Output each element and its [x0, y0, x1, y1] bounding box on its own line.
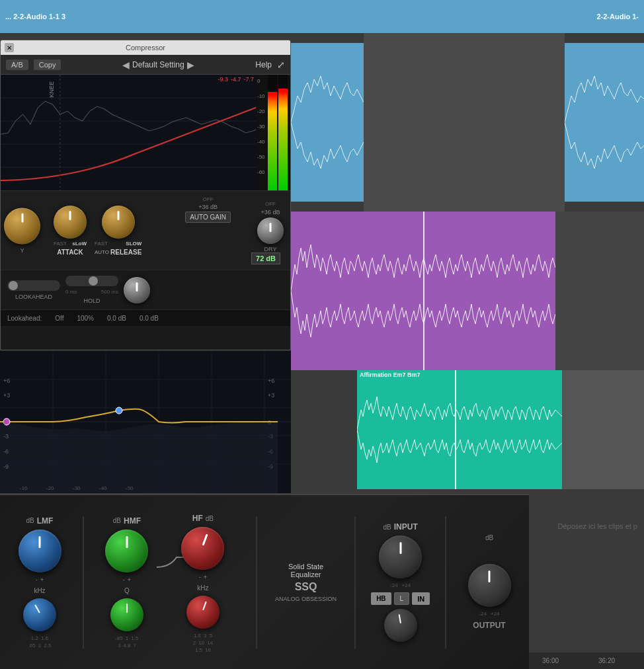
db-reading-1: -9.3 [218, 76, 228, 83]
playhead-purple [423, 212, 424, 370]
lmf-khz-label: kHz [34, 587, 45, 594]
lmf-label: LMF [37, 516, 54, 526]
release-knob[interactable] [102, 206, 135, 239]
release-fast-label: FAST [95, 241, 108, 247]
db-readings: -9.3 -4.7 -7.7 [218, 76, 254, 83]
knee-label: KNEE [48, 81, 55, 98]
hf-minus-label: - [199, 574, 201, 580]
db-reading-3: -7.7 [243, 76, 254, 83]
audio-clip-blue-1[interactable] [291, 43, 364, 202]
hf-bottom-scale-2: 1.5 16 [195, 647, 211, 653]
preset-navigation: ◀ Default Setting ▶ [66, 59, 250, 70]
svg-text:-9: -9 [3, 463, 9, 470]
hf-scale-8: 16 [205, 647, 211, 653]
svg-text:-20: -20 [46, 485, 54, 491]
hold-max-label: 500 ms [101, 289, 118, 295]
svg-text:+3: +3 [268, 392, 274, 399]
lmf-scale-5: 2.5 [44, 643, 51, 649]
release-main-label: RELEASE [110, 249, 141, 256]
ssq-separator-3 [354, 516, 356, 649]
teal-clip-label: Affirmation Em7 Bm7 [360, 372, 421, 378]
hold-knob[interactable] [124, 277, 150, 303]
hf-scale-1: 1.6 [194, 633, 201, 639]
dry-knob[interactable] [257, 217, 284, 244]
svg-rect-41 [291, 43, 364, 202]
l-button[interactable]: L [394, 592, 410, 605]
hold-slider[interactable] [65, 276, 118, 286]
svg-text:-3: -3 [3, 433, 9, 440]
expand-button[interactable]: ⤢ [277, 59, 285, 70]
ssq-equalizer-plugin: dB LMF - + kHz 1.2 1.6 .65 2 2.5 [0, 494, 529, 669]
input-knob[interactable] [379, 535, 422, 578]
drop-zone-text: Déposez ici les clips et p [558, 522, 637, 530]
svg-point-28 [116, 407, 122, 414]
audio-clip-purple[interactable] [291, 212, 555, 370]
dry-section: OFF +36 dB DRY [257, 201, 284, 253]
lmf-scale-4: 2 [38, 643, 41, 649]
plugin-close-button[interactable]: ✕ [5, 43, 14, 52]
preset-next-button[interactable]: ▶ [187, 59, 194, 70]
ssq-branding: Solid State Equalizer SSQ ANALOG OBSESSI… [274, 563, 338, 602]
input-db-label: dB [383, 524, 391, 531]
lookahead-slider[interactable] [7, 280, 60, 291]
attack-knob-group: FAST sLoW ATTACK [54, 206, 87, 256]
compressor-plugin-window: ✕ Compressor A/B Copy ◀ Default Setting … [0, 40, 291, 350]
timeline-marker-36-00: 36:00 [542, 657, 559, 664]
vu-bar-right-fill [278, 89, 288, 190]
attack-fast-label: FAST [54, 241, 67, 247]
dry-label: DRY [264, 246, 277, 253]
preset-prev-button[interactable]: ◀ [122, 59, 130, 70]
gain-knob[interactable] [4, 208, 40, 244]
compressor-status-bar: Lookahead: Off 100% 0.0 dB 0.0 dB [1, 309, 290, 326]
hf-scale-5: 10 [198, 640, 204, 646]
hf-freq-knob[interactable] [186, 596, 220, 629]
vu-scale-minus40: -40 [257, 139, 265, 145]
audio-clip-blue-2[interactable] [565, 43, 644, 202]
lmf-scale-3: .65 [28, 643, 36, 649]
ssq-separator-2 [256, 516, 257, 649]
track-gray-2 [562, 370, 644, 489]
copy-button[interactable]: Copy [34, 59, 61, 70]
plugin-title-bar: ✕ Compressor [1, 40, 290, 55]
status-percent: 100% [77, 315, 94, 322]
hf-scale-3: 5 [209, 633, 212, 639]
hmf-label: HMF [124, 516, 141, 526]
output-knob[interactable] [468, 564, 511, 607]
waveform-blue-2 [565, 43, 644, 202]
lmf-range: - + [36, 576, 44, 583]
db-reading-2: -4.7 [231, 76, 241, 83]
lookahead-status-label: Lookahead: [7, 315, 42, 322]
hmf-scale-3: 1.5 [131, 635, 138, 641]
lmf-minus-label: - [36, 576, 38, 583]
lmf-freq-knob[interactable] [23, 598, 56, 631]
vu-bar-left-fill [268, 92, 277, 190]
input-small-knob[interactable] [384, 609, 417, 642]
waveform-teal [357, 370, 562, 489]
release-auto-label: AUTO [95, 249, 109, 255]
output-label: OUTPUT [473, 621, 505, 630]
hmf-db-knob[interactable] [105, 530, 148, 572]
hf-scale-2: 3 [204, 633, 206, 639]
audio-clip-teal[interactable]: Affirmation Em7 Bm7 [357, 370, 562, 489]
hf-plus-label: + [204, 574, 207, 580]
hb-button[interactable]: HB [371, 592, 391, 605]
help-button[interactable]: Help [255, 60, 272, 69]
hmf-bottom-scale: 3 4.8 7 [118, 643, 136, 649]
vu-scale-labels: 0 -10 -20 -30 -40 -50 -60 [257, 78, 265, 175]
gain-section: Y [4, 208, 40, 253]
attack-speed-labels: FAST sLoW [54, 241, 87, 247]
hf-db-knob[interactable] [181, 527, 224, 570]
ab-button[interactable]: A/B [6, 59, 28, 70]
hold-slider-group: 0 ms 500 ms HOLD [65, 276, 118, 304]
lmf-db-knob[interactable] [19, 530, 61, 572]
plugin-toolbar: A/B Copy ◀ Default Setting ▶ Help ⤢ [1, 55, 290, 75]
hmf-section: dB HMF - + Q .85 1 1.5 3 4.8 7 [101, 516, 153, 649]
hmf-scale-2: 1 [126, 635, 128, 641]
attack-knob[interactable] [54, 206, 87, 239]
compressor-knobs-section: Y FAST sLoW ATTACK FAST SLOW AUTO RELEAS… [1, 190, 290, 270]
db-readout-section: 72 dB [251, 253, 280, 264]
hmf-q-knob[interactable] [110, 598, 143, 631]
hf-db-label: dB [206, 515, 214, 522]
auto-gain-button[interactable]: AUTO GAIN [185, 212, 231, 223]
in-button[interactable]: IN [412, 592, 430, 605]
